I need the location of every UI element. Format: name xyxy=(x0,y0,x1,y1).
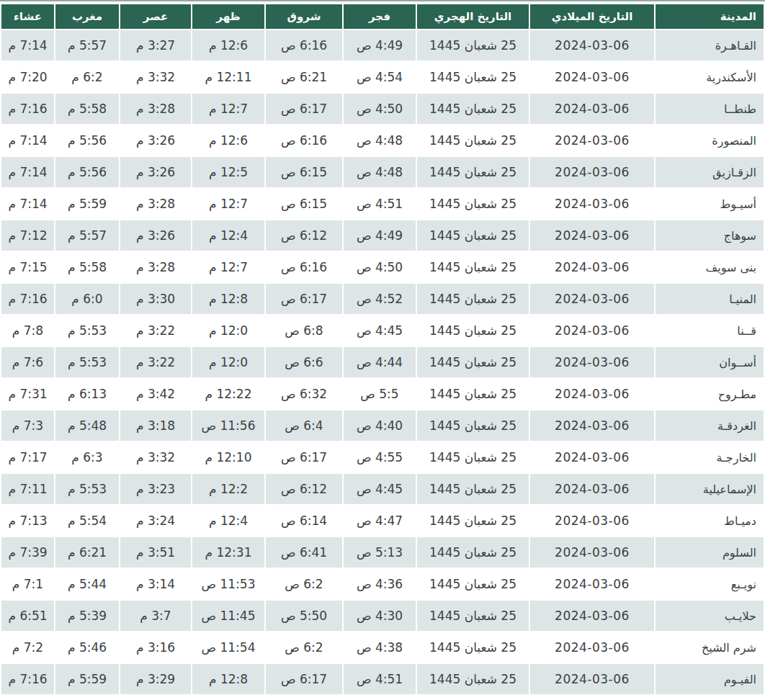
table-row: حلايـب 2024-03-06 25 شعبان 1445 4:30 ص 5… xyxy=(1,601,764,631)
asr-time-cell: 3:26 م xyxy=(120,157,191,187)
isha-time-cell: 7:14 م xyxy=(1,30,54,60)
fajr-time-cell: 4:50 ص xyxy=(344,252,416,282)
city-cell: مطـروح xyxy=(656,379,764,409)
hijri-date-cell: 25 شعبان 1445 xyxy=(417,632,529,663)
asr-time-cell: 3:42 م xyxy=(120,379,191,409)
gregorian-date-cell: 2024-03-06 xyxy=(530,347,654,377)
hijri-date-cell: 25 شعبان 1445 xyxy=(417,30,529,60)
asr-time-cell: 3:22 م xyxy=(120,315,191,346)
isha-time-cell: 7:1 م xyxy=(1,569,54,599)
maghrib-time-cell: 5:57 م xyxy=(55,220,119,251)
asr-time-cell: 3:26 م xyxy=(120,125,191,156)
dhuhr-time-cell: 11:56 ص xyxy=(192,410,264,441)
gregorian-date-cell: 2024-03-06 xyxy=(530,474,654,504)
fajr-time-cell: 4:48 ص xyxy=(344,125,416,156)
city-cell: أسيـوط xyxy=(656,189,764,219)
gregorian-date-cell: 2024-03-06 xyxy=(530,506,654,536)
city-cell: شرم الشيخ xyxy=(656,632,764,663)
gregorian-date-cell: 2024-03-06 xyxy=(530,125,654,156)
maghrib-time-cell: 5:56 م xyxy=(55,157,119,187)
hijri-date-cell: 25 شعبان 1445 xyxy=(417,220,529,251)
dhuhr-time-cell: 12:2 م xyxy=(192,474,264,504)
city-cell: الغردقـة xyxy=(656,410,764,441)
fajr-time-cell: 4:40 ص xyxy=(344,410,416,441)
hijri-date-cell: 25 شعبان 1445 xyxy=(417,94,529,124)
shorouq-time-cell: 6:8 ص xyxy=(266,315,342,346)
city-cell: بنى سويف xyxy=(656,252,764,282)
header-city: المدينة xyxy=(656,4,764,29)
header-maghrib: مغرب xyxy=(55,4,119,29)
hijri-date-cell: 25 شعبان 1445 xyxy=(417,474,529,504)
maghrib-time-cell: 5:54 م xyxy=(55,506,119,536)
table-row: القـاهـرة 2024-03-06 25 شعبان 1445 4:49 … xyxy=(1,30,764,60)
fajr-time-cell: 4:45 ص xyxy=(344,474,416,504)
isha-time-cell: 7:6 م xyxy=(1,347,54,377)
hijri-date-cell: 25 شعبان 1445 xyxy=(417,379,529,409)
shorouq-time-cell: 6:15 ص xyxy=(266,189,342,219)
shorouq-time-cell: 6:21 ص xyxy=(266,62,342,92)
header-dhuhr: ظهر xyxy=(192,4,264,29)
shorouq-time-cell: 6:17 ص xyxy=(266,664,342,694)
table-row: مطـروح 2024-03-06 25 شعبان 1445 5:5 ص 6:… xyxy=(1,379,764,409)
hijri-date-cell: 25 شعبان 1445 xyxy=(417,189,529,219)
city-cell: طنطــا xyxy=(656,94,764,124)
gregorian-date-cell: 2024-03-06 xyxy=(530,220,654,251)
shorouq-time-cell: 6:2 ص xyxy=(266,632,342,663)
dhuhr-time-cell: 12:6 م xyxy=(192,30,264,60)
hijri-date-cell: 25 شعبان 1445 xyxy=(417,315,529,346)
dhuhr-time-cell: 12:22 م xyxy=(192,379,264,409)
header-row: المدينة التاريخ الميلادي التاريخ الهجري … xyxy=(1,4,764,29)
isha-time-cell: 7:16 م xyxy=(1,94,54,124)
gregorian-date-cell: 2024-03-06 xyxy=(530,442,654,472)
isha-time-cell: 7:20 م xyxy=(1,62,54,92)
gregorian-date-cell: 2024-03-06 xyxy=(530,62,654,92)
table-top-edge xyxy=(0,0,765,1)
header-asr: عصر xyxy=(120,4,191,29)
maghrib-time-cell: 6:13 م xyxy=(55,379,119,409)
isha-time-cell: 7:2 م xyxy=(1,632,54,663)
maghrib-time-cell: 6:2 م xyxy=(55,62,119,92)
gregorian-date-cell: 2024-03-06 xyxy=(530,315,654,346)
fajr-time-cell: 4:54 ص xyxy=(344,62,416,92)
dhuhr-time-cell: 12:0 م xyxy=(192,315,264,346)
table-row: الفيـوم 2024-03-06 25 شعبان 1445 4:51 ص … xyxy=(1,664,764,694)
gregorian-date-cell: 2024-03-06 xyxy=(530,601,654,631)
table-row: الزقـازيق 2024-03-06 25 شعبان 1445 4:48 … xyxy=(1,157,764,187)
fajr-time-cell: 4:48 ص xyxy=(344,157,416,187)
asr-time-cell: 3:16 م xyxy=(120,632,191,663)
hijri-date-cell: 25 شعبان 1445 xyxy=(417,442,529,472)
table-row: الخارجـة 2024-03-06 25 شعبان 1445 4:55 ص… xyxy=(1,442,764,472)
asr-time-cell: 3:18 م xyxy=(120,410,191,441)
header-hijri-date: التاريخ الهجري xyxy=(417,4,529,29)
city-cell: الزقـازيق xyxy=(656,157,764,187)
city-cell: دميـاط xyxy=(656,506,764,536)
hijri-date-cell: 25 شعبان 1445 xyxy=(417,157,529,187)
isha-time-cell: 7:31 م xyxy=(1,379,54,409)
hijri-date-cell: 25 شعبان 1445 xyxy=(417,410,529,441)
city-cell: نويـبع xyxy=(656,569,764,599)
dhuhr-time-cell: 11:54 ص xyxy=(192,632,264,663)
header-fajr: فجر xyxy=(344,4,416,29)
isha-time-cell: 7:14 م xyxy=(1,157,54,187)
fajr-time-cell: 4:51 ص xyxy=(344,189,416,219)
shorouq-time-cell: 6:41 ص xyxy=(266,537,342,567)
city-cell: السلوم xyxy=(656,537,764,567)
dhuhr-time-cell: 12:4 م xyxy=(192,506,264,536)
gregorian-date-cell: 2024-03-06 xyxy=(530,537,654,567)
hijri-date-cell: 25 شعبان 1445 xyxy=(417,569,529,599)
city-cell: حلايـب xyxy=(656,601,764,631)
isha-time-cell: 7:13 م xyxy=(1,506,54,536)
maghrib-time-cell: 5:58 م xyxy=(55,94,119,124)
dhuhr-time-cell: 12:4 م xyxy=(192,220,264,251)
dhuhr-time-cell: 11:45 ص xyxy=(192,601,264,631)
shorouq-time-cell: 6:15 ص xyxy=(266,157,342,187)
shorouq-time-cell: 6:17 ص xyxy=(266,94,342,124)
table-row: سوهاج 2024-03-06 25 شعبان 1445 4:49 ص 6:… xyxy=(1,220,764,251)
gregorian-date-cell: 2024-03-06 xyxy=(530,189,654,219)
asr-time-cell: 3:28 م xyxy=(120,189,191,219)
maghrib-time-cell: 5:56 م xyxy=(55,125,119,156)
asr-time-cell: 3:27 م xyxy=(120,30,191,60)
table-row: السلوم 2024-03-06 25 شعبان 1445 5:13 ص 6… xyxy=(1,537,764,567)
prayer-table-body: القـاهـرة 2024-03-06 25 شعبان 1445 4:49 … xyxy=(1,30,764,694)
gregorian-date-cell: 2024-03-06 xyxy=(530,664,654,694)
